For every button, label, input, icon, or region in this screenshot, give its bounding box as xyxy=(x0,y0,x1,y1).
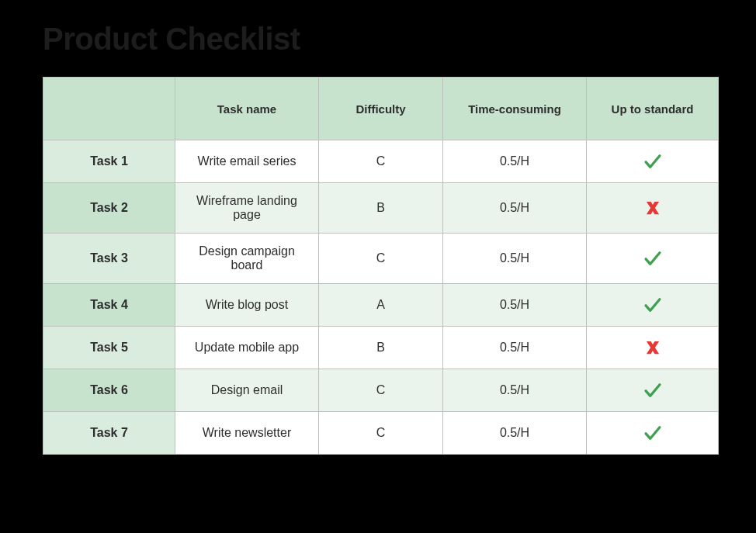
header-task-name: Task name xyxy=(175,78,319,140)
row-label: Task 3 xyxy=(43,234,175,284)
difficulty-cell: C xyxy=(319,369,443,412)
checklist-table: Task name Difficulty Time-consuming Up t… xyxy=(43,77,719,455)
table-row: Task 1Write email seriesC0.5/H xyxy=(43,140,719,183)
table-row: Task 3Design campaign boardC0.5/H xyxy=(43,234,719,284)
task-name-cell: Write newsletter xyxy=(175,412,319,455)
row-label: Task 7 xyxy=(43,412,175,455)
difficulty-cell: C xyxy=(319,140,443,183)
table-row: Task 6Design emailC0.5/H xyxy=(43,369,719,412)
difficulty-cell: C xyxy=(319,412,443,455)
task-name-cell: Design campaign board xyxy=(175,234,319,284)
difficulty-cell: A xyxy=(319,284,443,327)
standard-cell xyxy=(587,183,719,234)
table-row: Task 5Update mobile appB0.5/H xyxy=(43,327,719,369)
table-row: Task 4Write blog postA0.5/H xyxy=(43,284,719,327)
row-label: Task 2 xyxy=(43,183,175,234)
standard-cell xyxy=(587,327,719,369)
time-cell: 0.5/H xyxy=(443,369,587,412)
check-icon xyxy=(643,382,663,396)
check-icon xyxy=(643,154,663,167)
task-name-cell: Design email xyxy=(175,369,319,412)
task-name-cell: Write blog post xyxy=(175,284,319,327)
standard-cell xyxy=(587,412,719,455)
task-name-cell: Update mobile app xyxy=(175,327,319,369)
table-row: Task 7Write newsletterC0.5/H xyxy=(43,412,719,455)
check-icon xyxy=(643,297,663,310)
time-cell: 0.5/H xyxy=(443,284,587,327)
difficulty-cell: C xyxy=(319,234,443,284)
standard-cell xyxy=(587,234,719,284)
row-label: Task 6 xyxy=(43,369,175,412)
check-icon xyxy=(643,425,663,438)
time-cell: 0.5/H xyxy=(443,140,587,183)
difficulty-cell: B xyxy=(319,327,443,369)
cross-icon xyxy=(643,340,663,353)
time-cell: 0.5/H xyxy=(443,327,587,369)
standard-cell xyxy=(587,140,719,183)
row-label: Task 1 xyxy=(43,140,175,183)
table-row: Task 2Wireframe landing pageB0.5/H xyxy=(43,183,719,234)
time-cell: 0.5/H xyxy=(443,234,587,284)
task-name-cell: Wireframe landing page xyxy=(175,183,319,234)
row-label: Task 4 xyxy=(43,284,175,327)
cross-icon xyxy=(643,200,663,213)
time-cell: 0.5/H xyxy=(443,183,587,234)
page: Product Checklist Task name Difficulty T… xyxy=(0,0,756,486)
page-title: Product Checklist xyxy=(43,22,725,57)
time-cell: 0.5/H xyxy=(443,412,587,455)
row-label: Task 5 xyxy=(43,327,175,369)
header-standard: Up to standard xyxy=(587,78,719,140)
table-header-row: Task name Difficulty Time-consuming Up t… xyxy=(43,78,719,140)
difficulty-cell: B xyxy=(319,183,443,234)
standard-cell xyxy=(587,284,719,327)
header-time: Time-consuming xyxy=(443,78,587,140)
check-icon xyxy=(643,251,663,264)
task-name-cell: Write email series xyxy=(175,140,319,183)
standard-cell xyxy=(587,369,719,412)
header-blank xyxy=(43,78,175,140)
header-difficulty: Difficulty xyxy=(319,78,443,140)
